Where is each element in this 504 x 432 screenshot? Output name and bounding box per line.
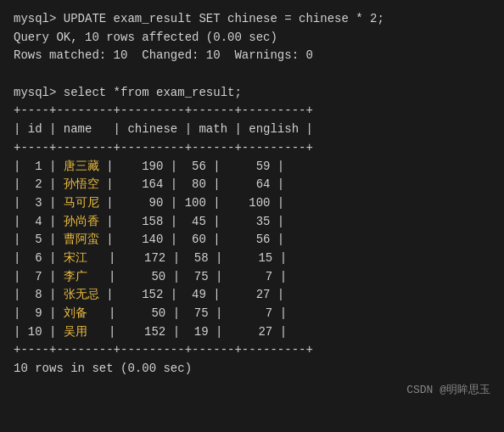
query-ok-line: Query OK, 10 rows affected (0.00 sec) <box>14 29 490 48</box>
bottom-separator: +----+--------+---------+------+--------… <box>14 341 490 360</box>
terminal: mysql> UPDATE exam_result SET chinese = … <box>14 10 490 397</box>
table-row: | 5 | 曹阿蛮 | 140 | 60 | 56 | <box>14 231 490 250</box>
table-row: | 2 | 孙悟空 | 164 | 80 | 64 | <box>14 176 490 194</box>
table-row: | 10 | 吴用 | 152 | 19 | 27 | <box>14 323 490 342</box>
footer-line: 10 rows in set (0.00 sec) <box>14 360 490 379</box>
table-body: | 1 | 唐三藏 | 190 | 56 | 59 || 2 | 孙悟空 | 1… <box>14 158 490 342</box>
table-row: | 1 | 唐三藏 | 190 | 56 | 59 | <box>14 158 490 177</box>
update-command-line: mysql> UPDATE exam_result SET chinese = … <box>14 10 490 29</box>
top-separator: +----+--------+---------+------+--------… <box>14 102 490 121</box>
table-row: | 3 | 马可尼 | 90 | 100 | 100 | <box>14 194 490 213</box>
table-row: | 4 | 孙尚香 | 158 | 45 | 35 | <box>14 213 490 232</box>
table-row: | 8 | 张无忌 | 152 | 49 | 27 | <box>14 286 490 305</box>
table-row: | 9 | 刘备 | 50 | 75 | 7 | <box>14 305 490 323</box>
header-separator: +----+--------+---------+------+--------… <box>14 139 490 158</box>
rows-matched-line: Rows matched: 10 Changed: 10 Warnings: 0 <box>14 47 490 65</box>
table-row: | 7 | 李广 | 50 | 75 | 7 | <box>14 268 490 287</box>
select-command-line: mysql> select *from exam_result; <box>14 84 490 103</box>
watermark: CSDN @明眸思玉 <box>14 382 490 397</box>
table-header: | id | name | chinese | math | english | <box>14 121 490 139</box>
table-row: | 6 | 宋江 | 172 | 58 | 15 | <box>14 250 490 268</box>
blank-line <box>14 65 490 84</box>
